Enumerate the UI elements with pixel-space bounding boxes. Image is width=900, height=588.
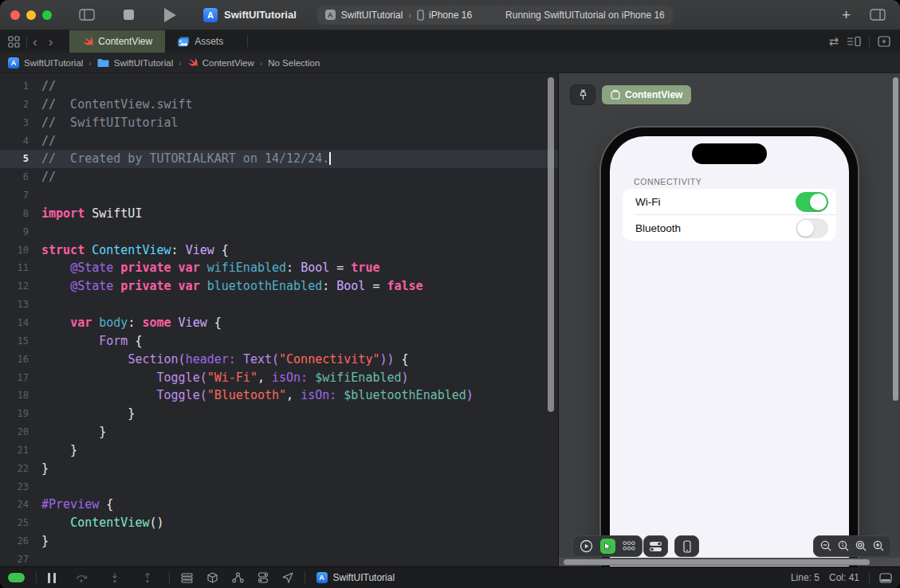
pin-preview-button[interactable] — [570, 84, 595, 105]
code-line-19[interactable]: 19 } — [0, 405, 558, 423]
code-line-1[interactable]: 1// — [0, 77, 558, 96]
line-number[interactable]: 12 — [0, 277, 41, 296]
zoom-out-button[interactable] — [817, 540, 835, 552]
line-number[interactable]: 3 — [0, 114, 41, 132]
zoom-100-button[interactable]: 1 — [835, 540, 852, 552]
line-number[interactable]: 19 — [0, 405, 41, 423]
line-number[interactable]: 25 — [0, 514, 41, 532]
code-line-8[interactable]: 8import SwiftUI — [0, 205, 558, 223]
add-button[interactable]: + — [842, 7, 851, 22]
debug-process-chip[interactable]: A SwiftUITutorial — [316, 572, 395, 583]
canvas-horizontal-scrollbar[interactable] — [559, 558, 900, 566]
zoom-in-button[interactable] — [870, 540, 887, 552]
breakpoints-toggle-button[interactable] — [8, 573, 25, 582]
run-button[interactable] — [164, 8, 176, 22]
line-number[interactable]: 13 — [0, 296, 41, 314]
selectable-mode-button[interactable] — [600, 539, 615, 554]
code-line-6[interactable]: 6// — [0, 168, 558, 186]
wifi-toggle[interactable] — [796, 192, 828, 212]
code-line-21[interactable]: 21 } — [0, 441, 558, 460]
breadcrumb-item-group[interactable]: SwiftUITutorial — [97, 58, 173, 68]
stop-button[interactable] — [124, 10, 134, 20]
code-line-18[interactable]: 18 Toggle("Bluetooth", isOn: $bluetoothE… — [0, 386, 558, 405]
code-line-25[interactable]: 25 ContentView() — [0, 514, 558, 532]
add-editor-icon[interactable] — [878, 36, 890, 47]
simulator-settings-button[interactable] — [257, 572, 269, 583]
source-editor[interactable]: 1//2// ContentView.swift3// SwiftUITutor… — [0, 73, 558, 566]
view-hierarchy-button[interactable] — [181, 573, 193, 583]
editor-vertical-scrollbar[interactable] — [548, 77, 554, 412]
breadcrumb-item-project[interactable]: A SwiftUITutorial — [8, 57, 83, 69]
toggle-left-sidebar-icon[interactable] — [79, 9, 95, 21]
line-number[interactable]: 27 — [0, 551, 41, 566]
line-number[interactable]: 22 — [0, 460, 41, 478]
code-line-24[interactable]: 24#Preview { — [0, 496, 558, 514]
code-line-11[interactable]: 11 @State private var wifiEnabled: Bool … — [0, 259, 558, 277]
tab-contentview[interactable]: ContentView — [69, 30, 165, 53]
line-number[interactable]: 7 — [0, 186, 41, 205]
step-into-button[interactable] — [109, 572, 120, 583]
preview-target-pill[interactable]: ContentView — [602, 85, 691, 104]
line-number[interactable]: 21 — [0, 441, 41, 460]
navigate-back-icon[interactable]: ‹ — [27, 30, 43, 53]
bluetooth-toggle[interactable] — [796, 218, 828, 238]
zoom-window-button[interactable] — [42, 10, 52, 20]
code-line-16[interactable]: 16 Section(header: Text("Connectivity"))… — [0, 351, 558, 369]
code-line-9[interactable]: 9 — [0, 223, 558, 241]
scheme-selector[interactable]: A SwiftUITutorial › iPhone 16 Running Sw… — [317, 6, 673, 25]
line-number[interactable]: 6 — [0, 168, 41, 186]
minimize-window-button[interactable] — [26, 10, 36, 20]
code-line-23[interactable]: 23 — [0, 478, 558, 496]
line-number[interactable]: 24 — [0, 496, 41, 514]
device-settings-button[interactable] — [643, 535, 668, 557]
line-number[interactable]: 17 — [0, 369, 41, 387]
tab-assets[interactable]: Assets — [165, 30, 236, 53]
preview-device-button[interactable] — [674, 535, 699, 557]
step-out-button[interactable] — [142, 572, 153, 583]
line-number[interactable]: 8 — [0, 205, 41, 223]
line-number[interactable]: 15 — [0, 332, 41, 351]
code-line-13[interactable]: 13 — [0, 296, 558, 314]
code-line-3[interactable]: 3// SwiftUITutorial — [0, 114, 558, 132]
toggle-right-sidebar-icon[interactable] — [870, 9, 886, 21]
canvas-vertical-scrollbar[interactable] — [893, 77, 898, 401]
line-number[interactable]: 1 — [0, 77, 41, 96]
variants-mode-button[interactable] — [623, 541, 635, 551]
pause-execution-button[interactable] — [48, 573, 56, 583]
zoom-fit-button[interactable] — [852, 540, 870, 552]
line-number[interactable]: 5 — [0, 150, 41, 168]
code-line-22[interactable]: 22} — [0, 460, 558, 478]
simulate-location-button[interactable] — [282, 572, 293, 583]
code-line-27[interactable]: 27 — [0, 551, 558, 566]
line-number[interactable]: 18 — [0, 386, 41, 405]
scheme-name[interactable]: SwiftUITutorial — [341, 10, 403, 21]
line-number[interactable]: 20 — [0, 423, 41, 441]
line-number[interactable]: 16 — [0, 351, 41, 369]
code-line-7[interactable]: 7 — [0, 186, 558, 205]
code-line-26[interactable]: 26} — [0, 532, 558, 551]
navigate-forward-icon[interactable]: › — [43, 30, 59, 53]
code-line-4[interactable]: 4// — [0, 132, 558, 151]
editor-layout-icon[interactable] — [847, 36, 861, 47]
breadcrumb-item-selection[interactable]: No Selection — [268, 58, 320, 68]
scrollbar-thumb[interactable] — [564, 559, 870, 565]
live-preview-button[interactable] — [580, 539, 593, 553]
toggle-debug-area-icon[interactable] — [879, 573, 892, 583]
step-over-button[interactable] — [76, 572, 88, 583]
code-line-12[interactable]: 12 @State private var bluetoothEnabled: … — [0, 277, 558, 296]
code-line-10[interactable]: 10struct ContentView: View { — [0, 241, 558, 260]
code-line-15[interactable]: 15 Form { — [0, 332, 558, 351]
line-number[interactable]: 4 — [0, 132, 41, 151]
breadcrumb-item-file[interactable]: ContentView — [187, 57, 254, 68]
line-number[interactable]: 26 — [0, 532, 41, 551]
line-number[interactable]: 14 — [0, 314, 41, 332]
code-line-5[interactable]: 5// Created by TUTORIALKART on 14/12/24. — [0, 150, 558, 168]
tab-overview-icon[interactable] — [0, 30, 26, 53]
code-line-20[interactable]: 20 } — [0, 423, 558, 441]
line-number[interactable]: 9 — [0, 223, 41, 241]
code-line-17[interactable]: 17 Toggle("Wi-Fi", isOn: $wifiEnabled) — [0, 369, 558, 387]
close-window-button[interactable] — [10, 10, 20, 20]
memory-graph-button[interactable] — [206, 572, 218, 583]
line-number[interactable]: 2 — [0, 96, 41, 114]
line-number[interactable]: 10 — [0, 241, 41, 260]
